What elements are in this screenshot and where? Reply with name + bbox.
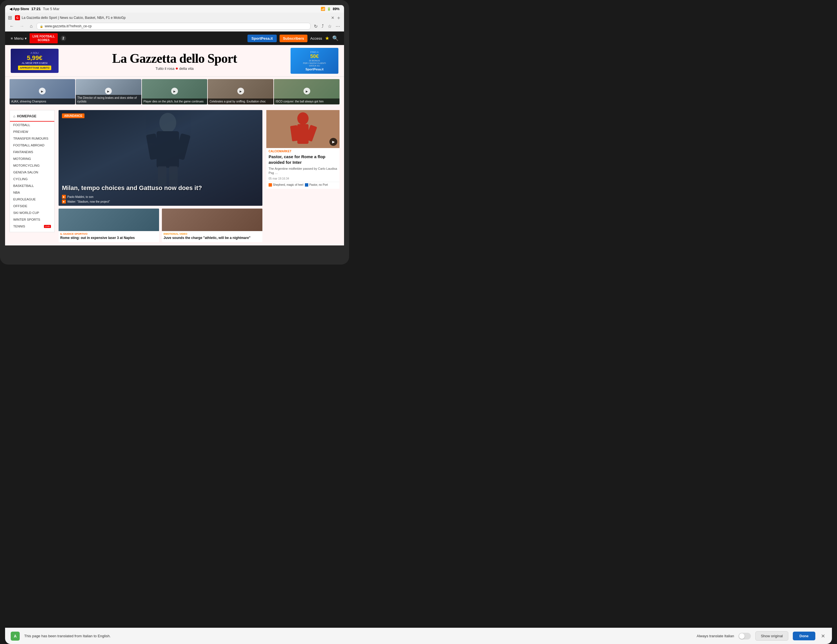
subscribers-button[interactable]: Subscribers bbox=[279, 34, 307, 42]
sidebar-item-geneva-salon[interactable]: GENEVA SALON bbox=[10, 169, 54, 175]
sidebar-home[interactable]: ⌂ HOMEPAGE bbox=[10, 113, 54, 121]
video-item-3[interactable]: ▶ Player dies on the pitch, but the game… bbox=[142, 79, 207, 105]
svg-rect-1 bbox=[156, 131, 179, 168]
status-time: 17:21 bbox=[31, 7, 41, 11]
featured-article[interactable]: ABUNDANCE Milan, tempo choices and Gattu… bbox=[59, 110, 263, 206]
sidebar-item-cycling[interactable]: CYCLING bbox=[10, 175, 54, 182]
featured-link-1[interactable]: ▶ Paolo Maldini, to son bbox=[62, 195, 259, 199]
new-tab-button[interactable]: ＋ bbox=[336, 14, 341, 21]
promo-right-amount: 50€ bbox=[294, 54, 335, 59]
right-article-footer: Shepherd, magic of heel Pastor, no Port bbox=[266, 182, 340, 189]
video-item-4[interactable]: ▶ Celebrates a goal by sniffing. Exultat… bbox=[208, 79, 273, 105]
sidebar-item-fantanews[interactable]: FANTANEWS bbox=[10, 149, 54, 156]
sidebar-item-motorcycling[interactable]: MOTORCYCLING bbox=[10, 162, 54, 169]
bottom-card-tag-1: IL GIUDICE SPORTIVO bbox=[59, 231, 159, 236]
main-content: ⌂ HOMEPAGE FOOTBALL PREVIEW TRANSFER RUM… bbox=[5, 107, 344, 246]
sidebar-item-label: MOTORCYCLING bbox=[13, 164, 40, 167]
tab-favicon: G bbox=[15, 15, 20, 20]
url-text: www.gazzetta.it/?refresh_ce-cp bbox=[45, 24, 92, 28]
video-item-5[interactable]: ▶ ISCO conjurer: the ball always got him bbox=[274, 79, 340, 105]
bottom-card-2[interactable]: EMOTIONAL VIDEO Juve sounds the charge "… bbox=[162, 208, 263, 242]
video-caption-5: ISCO conjurer: the ball always got him bbox=[274, 98, 340, 105]
sidebar-item-label: WINTER SPORTS bbox=[13, 218, 40, 221]
sidebar-item-tennis[interactable]: TENNIS LIVE bbox=[10, 223, 54, 230]
tab-icon-grid[interactable]: ⊞ bbox=[8, 15, 12, 21]
sportpesa-brand: SportPesa.it bbox=[294, 67, 335, 71]
right-article-tag: CALCIOMARKET bbox=[266, 148, 340, 153]
home-button[interactable]: ⌂ bbox=[28, 23, 34, 29]
status-date: Tue 5 Mar bbox=[43, 7, 59, 11]
footer-icon-1 bbox=[269, 183, 272, 187]
top-navigation: ≡ Menu ▾ LIVE FOOTBALLSCORES 2 SportPesa… bbox=[5, 31, 344, 45]
address-bar[interactable]: 🔒 www.gazzetta.it/?refresh_ce-cp bbox=[36, 23, 310, 29]
promo-cta[interactable]: APPROFITTANE SUBITO bbox=[18, 66, 51, 70]
live-football-badge[interactable]: LIVE FOOTBALLSCORES bbox=[30, 33, 57, 43]
play-button-1[interactable]: ▶ bbox=[39, 88, 46, 95]
video-item-2[interactable]: ▶ The Director of racing brakes and does… bbox=[76, 79, 141, 105]
video-caption-3: Player dies on the pitch, but the game c… bbox=[142, 98, 207, 105]
sidebar-item-euroleague[interactable]: EUROLEAGUE bbox=[10, 196, 54, 203]
favorites-icon[interactable]: ★ bbox=[325, 35, 329, 41]
forward-button[interactable]: → bbox=[18, 23, 26, 29]
sidebar-item-motoring[interactable]: MOTORING bbox=[10, 156, 54, 162]
play-button-2[interactable]: ▶ bbox=[105, 88, 112, 95]
menu-button[interactable]: ≡ Menu ▾ bbox=[11, 36, 27, 41]
back-button[interactable]: ← bbox=[8, 23, 16, 29]
bottom-card-1[interactable]: IL GIUDICE SPORTIVO Rome sting: out in e… bbox=[59, 208, 159, 242]
menu-label: Menu bbox=[14, 36, 24, 41]
promo-left-banner[interactable]: A SOLI 5,99€ AL MESE PER 8 MESI APPROFIT… bbox=[11, 49, 59, 73]
coach-image bbox=[131, 110, 204, 189]
live-badge-text: LIVE FOOTBALLSCORES bbox=[32, 34, 55, 42]
access-link[interactable]: Access bbox=[310, 36, 322, 41]
logo-tagline: Tutto il rosa ● della vita bbox=[59, 66, 290, 71]
sportpesa-button[interactable]: SportPesa.it bbox=[248, 34, 277, 42]
sidebar-item-transfer-rumours[interactable]: TRANSFER RUMOURS bbox=[10, 135, 54, 142]
homepage-label: HOMEPAGE bbox=[17, 114, 36, 118]
sidebar: ⌂ HOMEPAGE FOOTBALL PREVIEW TRANSFER RUM… bbox=[10, 110, 55, 242]
browser-content: ≡ Menu ▾ LIVE FOOTBALLSCORES 2 SportPesa… bbox=[5, 31, 344, 246]
sidebar-item-label: TRANSFER RUMOURS bbox=[13, 137, 48, 140]
sidebar-item-football-abroad[interactable]: FOOTBALL ABROAD bbox=[10, 142, 54, 149]
site-header: A SOLI 5,99€ AL MESE PER 8 MESI APPROFIT… bbox=[5, 45, 344, 77]
share-button[interactable]: ⤴ bbox=[320, 23, 325, 29]
featured-tag: ABUNDANCE bbox=[62, 113, 84, 118]
promo-right-banner[interactable]: FINO A 50€ DI BONUSPER I NUOVI CLIENTIGI… bbox=[290, 48, 338, 74]
sidebar-item-preview[interactable]: PREVIEW bbox=[10, 128, 54, 135]
play-button-3[interactable]: ▶ bbox=[171, 88, 178, 95]
article-thumb: ▶ bbox=[266, 110, 340, 148]
more-button[interactable]: ⋯ bbox=[335, 23, 341, 29]
search-icon[interactable]: 🔍 bbox=[332, 35, 338, 41]
reload-button[interactable]: ↻ bbox=[313, 23, 319, 29]
play-overlay[interactable]: ▶ bbox=[329, 138, 337, 146]
right-article-card[interactable]: ▶ CALCIOMARKET Pastor, case for Rome a f… bbox=[266, 110, 340, 189]
play-button-4[interactable]: ▶ bbox=[237, 88, 244, 95]
sidebar-item-ski-world-cup[interactable]: SKI WORLD CUP bbox=[10, 210, 54, 216]
sidebar-item-basketball[interactable]: BASKETBALL bbox=[10, 182, 54, 189]
status-bar: ◀ App Store 17:21 Tue 5 Mar 📶 🔋 89% bbox=[5, 5, 344, 13]
featured-link-2[interactable]: ▶ Waiter: "Stadium, now the project" bbox=[62, 200, 259, 203]
sidebar-item-label: GENEVA SALON bbox=[13, 170, 38, 174]
bookmark-button[interactable]: ☆ bbox=[327, 23, 333, 29]
bottom-card-thumb-1 bbox=[59, 208, 159, 231]
play-button-5[interactable]: ▶ bbox=[304, 88, 310, 95]
sidebar-item-label: BASKETBALL bbox=[13, 184, 34, 187]
chevron-down-icon: ▾ bbox=[25, 36, 27, 41]
sidebar-item-winter-sports[interactable]: WINTER SPORTS bbox=[10, 216, 54, 223]
sidebar-item-football[interactable]: FOOTBALL bbox=[10, 121, 54, 128]
right-article-title: Pastor, case for Rome a flop avoided for… bbox=[266, 153, 340, 167]
bottom-card-title-2: Juve sounds the charge "athletic, will b… bbox=[162, 236, 263, 242]
sidebar-item-label: FOOTBALL bbox=[13, 123, 30, 127]
site-logo[interactable]: La Gazzetta dello Sport Tutto il rosa ● … bbox=[59, 51, 290, 71]
right-article-link-2[interactable]: Pastor, no Port bbox=[305, 183, 328, 187]
right-article-link-1[interactable]: Shepherd, magic of heel bbox=[269, 183, 303, 187]
sidebar-item-label: TENNIS bbox=[13, 224, 25, 228]
browser-chrome: ⊞ G La Gazzetta dello Sport | News su Ca… bbox=[5, 13, 344, 31]
promo-price: 5,99€ bbox=[15, 54, 55, 62]
video-item-1[interactable]: ▶ AJAX, shivering Champions bbox=[10, 79, 75, 105]
back-to-appstore[interactable]: ◀ App Store bbox=[10, 7, 29, 11]
tab-close-button[interactable]: ✕ bbox=[331, 15, 335, 20]
tab-title[interactable]: La Gazzetta dello Sport | News su Calcio… bbox=[22, 16, 329, 20]
sidebar-item-offside[interactable]: OFFSIDE bbox=[10, 203, 54, 210]
sidebar-item-label: FANTANEWS bbox=[13, 150, 33, 154]
sidebar-item-nba[interactable]: NBA bbox=[10, 189, 54, 196]
